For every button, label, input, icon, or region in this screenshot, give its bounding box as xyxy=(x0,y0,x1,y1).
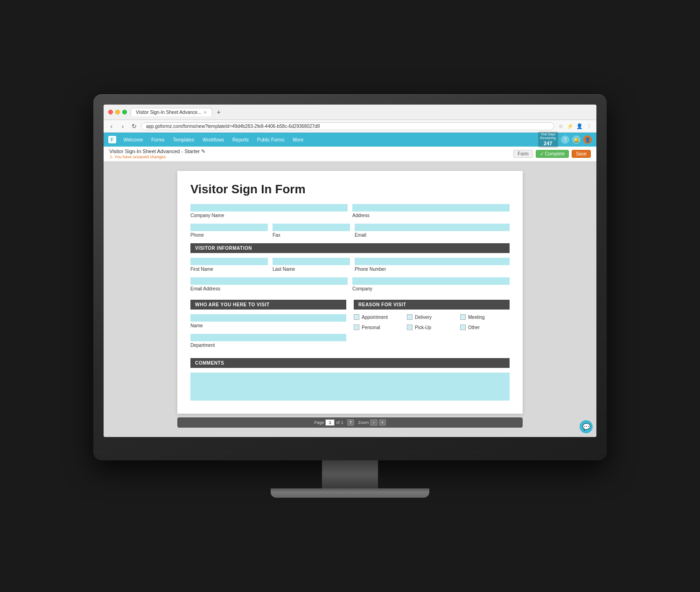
phone-number-label: Phone Number xyxy=(355,267,510,272)
phone-fax-email-row: Phone Fax Email xyxy=(190,224,510,241)
fax-label: Fax xyxy=(273,233,350,238)
minimize-button[interactable] xyxy=(115,110,120,114)
checkbox-delivery: Delivery xyxy=(407,314,456,320)
menu-icon[interactable]: ⋮ xyxy=(585,122,593,130)
department-row: Department xyxy=(190,334,346,352)
save-button[interactable]: Save xyxy=(572,150,591,158)
reason-section: REASON FOR VISIT Appointment Delivery xyxy=(354,300,510,353)
first-name-label: First Name xyxy=(190,267,268,272)
nav-public-forms[interactable]: Public Forms xyxy=(253,135,288,144)
address-bar[interactable]: app.goformz.com/forms/new?templateId=49d… xyxy=(141,122,554,130)
main-content: Visitor Sign In Form Company Name Addres… xyxy=(104,162,596,437)
nav-reports[interactable]: Reports xyxy=(229,135,252,144)
meeting-checkbox[interactable] xyxy=(460,314,466,320)
text-tool-button[interactable]: T xyxy=(347,419,355,426)
zoom-out-button[interactable]: − xyxy=(370,419,377,426)
back-button[interactable]: ‹ xyxy=(107,122,116,130)
email-address-label: Email Address xyxy=(190,286,348,291)
nav-workflows[interactable]: Workflows xyxy=(199,135,228,144)
browser-nav-icons: ☆ ⚡ 👤 ⋮ xyxy=(557,122,593,130)
email-group: Email xyxy=(355,224,510,241)
warning-icon: ⚠ xyxy=(109,155,113,159)
url-text: app.goformz.com/forms/new?templateId=49d… xyxy=(146,124,320,129)
name-row: Name xyxy=(190,314,346,332)
visitor-section-header: VISITOR INFORMATION xyxy=(190,243,510,253)
company-name-input[interactable] xyxy=(190,204,348,211)
meeting-label: Meeting xyxy=(468,315,485,320)
pickup-checkbox[interactable] xyxy=(407,324,413,330)
department-group: Department xyxy=(190,334,346,352)
breadcrumb: Visitor Sign-In Sheet Advanced - Starter… xyxy=(109,148,205,155)
comments-section-header: COMMENTS xyxy=(190,358,510,368)
help-icon[interactable]: ? xyxy=(561,135,569,144)
page-number-input[interactable]: 1 xyxy=(325,419,335,426)
checkbox-meeting: Meeting xyxy=(460,314,510,320)
extensions-icon[interactable]: ⚡ xyxy=(567,122,574,130)
fax-input[interactable] xyxy=(273,224,350,231)
who-reason-row: WHO ARE YOU HERE TO VISIT Name xyxy=(190,300,510,353)
first-name-input[interactable] xyxy=(190,258,268,265)
reload-button[interactable]: ↻ xyxy=(130,122,138,130)
checkbox-other: Other xyxy=(460,324,510,330)
phone-input[interactable] xyxy=(190,224,268,231)
delivery-checkbox[interactable] xyxy=(407,314,413,320)
phone-label: Phone xyxy=(190,233,268,238)
nav-menu-items: Welcome Forms Templates Workflows Report… xyxy=(120,135,308,144)
nav-forms[interactable]: Forms xyxy=(147,135,168,144)
name-phone-row: First Name Last Name Phone Number xyxy=(190,258,510,275)
department-input[interactable] xyxy=(190,334,346,341)
app-logo: F xyxy=(108,136,116,143)
browser-nav: ‹ › ↻ app.goformz.com/forms/new?template… xyxy=(104,120,596,133)
page-label: Page xyxy=(314,420,324,425)
phone-group: Phone xyxy=(190,224,268,241)
maximize-button[interactable] xyxy=(122,110,127,114)
address-input[interactable] xyxy=(352,204,510,211)
nav-more[interactable]: More xyxy=(289,135,307,144)
nav-templates[interactable]: Templates xyxy=(169,135,198,144)
subheader-actions: Form ✓ Complete Save xyxy=(513,150,591,158)
chat-bubble[interactable]: 💬 xyxy=(580,420,593,433)
company-name-group: Company Name xyxy=(190,204,348,222)
comments-input[interactable] xyxy=(190,373,510,401)
browser-tab-active[interactable]: Visitor Sign-In Sheet Advance... ✕ xyxy=(131,108,212,116)
app-navbar: F Welcome Forms Templates Workflows Repo… xyxy=(104,133,596,147)
bottom-toolbar: Page 1 of 1 T Zoom − + xyxy=(177,417,523,428)
close-button[interactable] xyxy=(108,110,113,114)
other-label: Other xyxy=(468,325,480,330)
visit-name-group: Name xyxy=(190,314,346,332)
address-group: Address xyxy=(352,204,510,222)
trial-badge: Trial DaysRemaining 247 xyxy=(538,132,558,148)
profile-icon[interactable]: 👤 xyxy=(576,122,583,130)
notifications-icon[interactable]: 🔔 xyxy=(572,135,581,144)
bookmark-icon[interactable]: ☆ xyxy=(557,122,565,130)
nav-welcome[interactable]: Welcome xyxy=(120,135,147,144)
phone-number-input[interactable] xyxy=(355,258,510,265)
visitor-company-group: Company xyxy=(352,277,510,295)
tab-close-icon[interactable]: ✕ xyxy=(203,110,207,115)
reason-checkboxes: Appointment Delivery Meeting xyxy=(354,314,510,330)
form-dropdown-button[interactable]: Form xyxy=(513,150,532,158)
visitor-company-input[interactable] xyxy=(352,277,510,285)
text-tool: T xyxy=(347,419,355,426)
last-name-input[interactable] xyxy=(273,258,350,265)
email-address-input[interactable] xyxy=(190,277,348,285)
new-tab-button[interactable]: + xyxy=(214,107,223,117)
user-avatar[interactable]: 👤 xyxy=(583,135,592,144)
other-checkbox[interactable] xyxy=(460,324,466,330)
company-address-row: Company Name Address xyxy=(190,204,510,222)
complete-button[interactable]: ✓ Complete xyxy=(536,150,569,158)
phone-number-group: Phone Number xyxy=(355,258,510,275)
unsaved-text: You have unsaved changes xyxy=(114,155,166,159)
nav-right: Trial DaysRemaining 247 ? 🔔 👤 xyxy=(538,132,592,148)
personal-checkbox[interactable] xyxy=(354,324,359,330)
total-pages: 1 xyxy=(341,420,343,425)
zoom-in-button[interactable]: + xyxy=(379,419,386,426)
email-input[interactable] xyxy=(355,224,510,231)
visit-name-input[interactable] xyxy=(190,314,346,322)
visit-name-label: Name xyxy=(190,323,346,328)
reason-section-header: REASON FOR VISIT xyxy=(354,300,510,310)
tab-bar: Visitor Sign-In Sheet Advance... ✕ + xyxy=(131,107,592,117)
forward-button[interactable]: › xyxy=(119,122,127,130)
appointment-label: Appointment xyxy=(362,315,388,320)
appointment-checkbox[interactable] xyxy=(354,314,359,320)
